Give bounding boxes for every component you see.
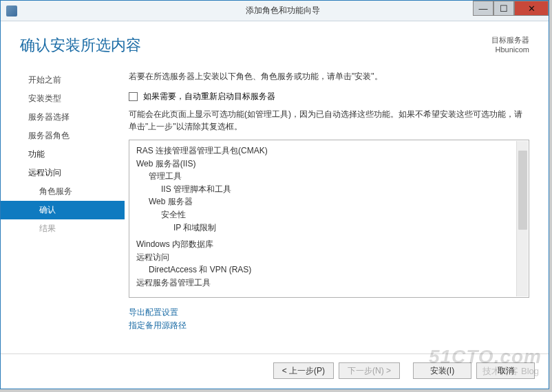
target-server-value: Hbunicom <box>491 45 529 54</box>
tree-item: IIS 管理脚本和工具 <box>161 183 527 196</box>
restart-checkbox-row[interactable]: 如果需要，自动重新启动目标服务器 <box>129 91 529 102</box>
sidebar-item-role-services[interactable]: 角色服务 <box>1 182 125 201</box>
header-row: 确认安装所选内容 目标服务器 Hbunicom <box>1 21 549 61</box>
sidebar-item-features[interactable]: 功能 <box>1 145 125 164</box>
next-button: 下一步(N) > <box>339 362 400 379</box>
tree-item: 管理工具 <box>149 170 527 183</box>
tree-item: 远程服务器管理工具 <box>136 276 527 290</box>
scroll-thumb[interactable] <box>518 151 527 230</box>
titlebar[interactable]: 添加角色和功能向导 — ☐ ✕ <box>1 1 549 21</box>
sidebar-item-install-type[interactable]: 安装类型 <box>1 89 125 108</box>
window-controls: — ☐ ✕ <box>473 1 549 16</box>
tree-item: 远程访问 <box>136 251 527 264</box>
body-row: 开始之前 安装类型 服务器选择 服务器角色 功能 远程访问 角色服务 确认 结果… <box>1 61 549 353</box>
window-title: 添加角色和功能向导 <box>17 5 549 17</box>
selection-list[interactable]: RAS 连接管理器管理工具包(CMAK) Web 服务器(IIS) 管理工具 I… <box>129 140 529 298</box>
sidebar-item-results: 结果 <box>1 219 125 238</box>
close-button[interactable]: ✕ <box>514 1 549 16</box>
alt-source-link[interactable]: 指定备用源路径 <box>129 319 529 332</box>
restart-checkbox[interactable] <box>129 92 138 101</box>
cancel-button[interactable]: 取消 <box>476 362 535 379</box>
restart-checkbox-label: 如果需要，自动重新启动目标服务器 <box>143 91 275 102</box>
tree-item: Windows 内部数据库 <box>136 238 527 251</box>
content-area: 确认安装所选内容 目标服务器 Hbunicom 开始之前 安装类型 服务器选择 … <box>1 21 549 389</box>
app-icon <box>6 6 17 17</box>
tree-item: Web 服务器 <box>149 195 527 208</box>
sidebar: 开始之前 安装类型 服务器选择 服务器角色 功能 远程访问 角色服务 确认 结果 <box>1 61 125 353</box>
tree-item: RAS 连接管理器管理工具包(CMAK) <box>136 144 527 157</box>
wizard-window: 添加角色和功能向导 — ☐ ✕ 确认安装所选内容 目标服务器 Hbunicom … <box>0 0 549 389</box>
tree-item: 安全性 <box>161 208 527 221</box>
page-title: 确认安装所选内容 <box>20 35 491 56</box>
export-config-link[interactable]: 导出配置设置 <box>129 306 529 319</box>
install-button[interactable]: 安装(I) <box>413 362 471 379</box>
sidebar-item-confirmation[interactable]: 确认 <box>1 201 125 219</box>
intro-text: 若要在所选服务器上安装以下角色、角色服务或功能，请单击"安装"。 <box>129 71 529 83</box>
footer: < 上一步(P) 下一步(N) > 安装(I) 取消 <box>1 353 549 389</box>
target-server-box: 目标服务器 Hbunicom <box>491 35 529 55</box>
previous-button[interactable]: < 上一步(P) <box>273 362 334 379</box>
tree-item: Web 服务器(IIS) <box>136 157 527 171</box>
target-server-label: 目标服务器 <box>491 35 529 45</box>
minimize-button[interactable]: — <box>473 1 493 16</box>
optional-features-note: 可能会在此页面上显示可选功能(如管理工具)，因为已自动选择这些功能。如果不希望安… <box>129 108 529 133</box>
maximize-button[interactable]: ☐ <box>493 1 514 16</box>
sidebar-item-server-roles[interactable]: 服务器角色 <box>1 127 125 145</box>
scrollbar[interactable] <box>516 141 528 296</box>
main-panel: 若要在所选服务器上安装以下角色、角色服务或功能，请单击"安装"。 如果需要，自动… <box>125 61 549 353</box>
sidebar-item-server-selection[interactable]: 服务器选择 <box>1 108 125 127</box>
action-links: 导出配置设置 指定备用源路径 <box>129 306 529 332</box>
tree-item: IP 和域限制 <box>173 221 527 235</box>
sidebar-item-remote-access[interactable]: 远程访问 <box>1 164 125 182</box>
sidebar-item-before-you-begin[interactable]: 开始之前 <box>1 71 125 89</box>
tree-item: DirectAccess 和 VPN (RAS) <box>149 263 527 276</box>
